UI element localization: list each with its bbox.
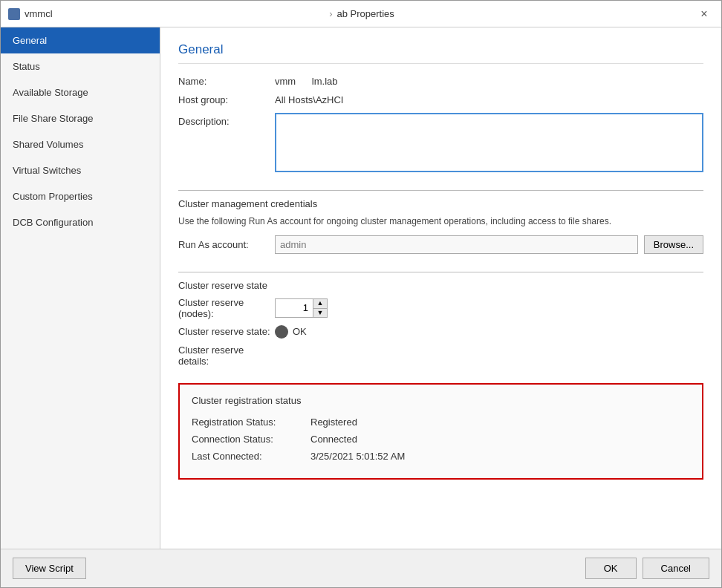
registration-status-row: Registration Status: Registered bbox=[192, 416, 690, 428]
cluster-reserve-nodes-input[interactable] bbox=[276, 300, 313, 316]
footer-right: OK Cancel bbox=[585, 558, 709, 579]
host-group-value: All Hosts\AzHCI bbox=[275, 94, 343, 105]
browse-button[interactable]: Browse... bbox=[644, 235, 703, 254]
close-button[interactable]: × bbox=[695, 4, 714, 24]
cluster-reserve-nodes-row: Cluster reserve (nodes): ▲ ▼ bbox=[178, 297, 703, 319]
section-divider-2 bbox=[178, 272, 703, 272]
connection-status-label: Connection Status: bbox=[192, 434, 310, 445]
cluster-mgmt-title: Cluster management credentials bbox=[178, 198, 703, 209]
properties-dialog: vmmcl › ab Properties × General Status A… bbox=[0, 0, 722, 588]
window-title: ab Properties bbox=[337, 8, 394, 19]
run-as-label: Run As account: bbox=[178, 239, 275, 250]
run-as-row: Run As account: Browse... bbox=[178, 235, 703, 254]
cluster-reserve-state-row: Cluster reserve state: OK bbox=[178, 325, 703, 339]
title-bar: vmmcl › ab Properties × bbox=[1, 1, 721, 27]
footer: View Script OK Cancel bbox=[1, 549, 721, 587]
cluster-registration-box: Cluster registration status Registration… bbox=[178, 383, 703, 480]
host-group-row: Host group: All Hosts\AzHCI bbox=[178, 94, 703, 105]
title-bar-text: vmmcl bbox=[25, 8, 325, 19]
name-row: Name: vmm lm.lab bbox=[178, 76, 703, 87]
view-script-button[interactable]: View Script bbox=[13, 558, 86, 579]
page-title: General bbox=[178, 42, 703, 64]
spinner-wrap: ▲ ▼ bbox=[275, 298, 328, 318]
spinner-up-button[interactable]: ▲ bbox=[313, 299, 327, 308]
spinner-buttons: ▲ ▼ bbox=[313, 299, 327, 317]
sidebar-item-status[interactable]: Status bbox=[1, 53, 160, 79]
sidebar: General Status Available Storage File Sh… bbox=[1, 27, 160, 549]
description-label: Description: bbox=[178, 113, 275, 127]
connection-status-value: Connected bbox=[310, 434, 357, 445]
connection-status-row: Connection Status: Connected bbox=[192, 434, 690, 445]
sidebar-item-file-share-storage[interactable]: File Share Storage bbox=[1, 105, 160, 131]
description-row: Description: bbox=[178, 113, 703, 172]
registration-status-label: Registration Status: bbox=[192, 416, 310, 428]
cluster-reg-title: Cluster registration status bbox=[192, 395, 690, 406]
cluster-reserve-title: Cluster reserve state bbox=[178, 280, 703, 291]
last-connected-label: Last Connected: bbox=[192, 451, 310, 462]
sidebar-item-virtual-switches[interactable]: Virtual Switches bbox=[1, 157, 160, 183]
last-connected-row: Last Connected: 3/25/2021 5:01:52 AM bbox=[192, 451, 690, 462]
sidebar-item-dcb-configuration[interactable]: DCB Configuration bbox=[1, 209, 160, 235]
main-content: General Name: vmm lm.lab Host group: All… bbox=[160, 27, 721, 549]
registration-status-value: Registered bbox=[310, 416, 357, 428]
cluster-reserve-state-label: Cluster reserve state: bbox=[178, 326, 275, 337]
cluster-reserve-details-label: Cluster reserve details: bbox=[178, 344, 275, 367]
name-value: vmm lm.lab bbox=[275, 76, 338, 87]
cluster-reserve-nodes-label: Cluster reserve (nodes): bbox=[178, 297, 275, 319]
description-input[interactable] bbox=[275, 113, 703, 172]
sidebar-item-general[interactable]: General bbox=[1, 27, 160, 53]
cancel-button[interactable]: Cancel bbox=[643, 558, 709, 579]
app-icon bbox=[8, 8, 20, 20]
run-as-input[interactable] bbox=[275, 235, 638, 254]
dialog-body: General Status Available Storage File Sh… bbox=[1, 27, 721, 549]
spinner-down-button[interactable]: ▼ bbox=[313, 308, 327, 317]
host-group-label: Host group: bbox=[178, 94, 275, 105]
status-ok-icon bbox=[275, 325, 288, 339]
sidebar-item-shared-volumes[interactable]: Shared Volumes bbox=[1, 131, 160, 157]
title-separator: › bbox=[329, 8, 332, 19]
ok-button[interactable]: OK bbox=[585, 558, 637, 579]
last-connected-value: 3/25/2021 5:01:52 AM bbox=[310, 451, 405, 462]
cluster-reserve-state-value: OK bbox=[293, 326, 307, 337]
sidebar-item-available-storage[interactable]: Available Storage bbox=[1, 79, 160, 105]
cluster-mgmt-subtitle: Use the following Run As account for ong… bbox=[178, 215, 703, 228]
section-divider-1 bbox=[178, 190, 703, 191]
sidebar-item-custom-properties[interactable]: Custom Properties bbox=[1, 183, 160, 209]
cluster-reserve-details-row: Cluster reserve details: bbox=[178, 344, 703, 367]
name-label: Name: bbox=[178, 76, 275, 87]
